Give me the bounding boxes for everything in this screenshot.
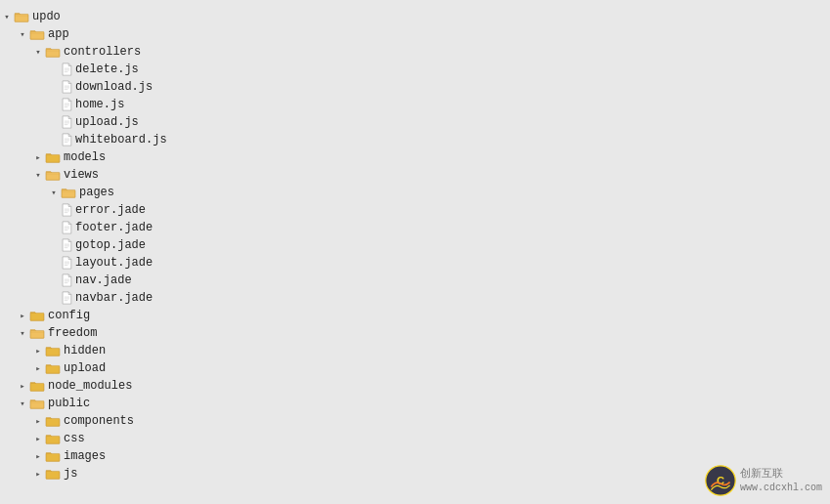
toggle-spacer	[47, 238, 61, 252]
folder-icon	[45, 450, 61, 462]
folder-icon	[45, 362, 61, 374]
item-label: controllers	[64, 45, 141, 59]
svg-rect-41	[46, 348, 60, 356]
file-icon	[61, 133, 72, 147]
tree-item-public[interactable]: public	[0, 395, 830, 412]
toggle-spacer	[47, 256, 61, 270]
toggle-icon[interactable]	[31, 168, 45, 182]
toggle-icon[interactable]	[31, 449, 45, 463]
tree-item-node_modules[interactable]: node_modules	[0, 377, 830, 395]
tree-item-delete.js[interactable]: delete.js	[0, 61, 830, 78]
toggle-spacer	[47, 133, 61, 147]
folder-icon	[29, 28, 45, 40]
tree-item-error.jade[interactable]: error.jade	[0, 201, 830, 219]
toggle-spacer	[47, 203, 61, 217]
toggle-spacer	[47, 98, 61, 111]
file-icon	[61, 63, 72, 76]
item-label: app	[48, 27, 69, 41]
toggle-icon[interactable]	[16, 309, 29, 322]
svg-rect-48	[46, 471, 60, 479]
tree-item-css[interactable]: css	[0, 430, 830, 447]
item-label: config	[48, 309, 90, 322]
tree-item-freedom[interactable]: freedom	[0, 324, 830, 342]
file-icon	[61, 256, 72, 270]
svg-rect-43	[30, 383, 44, 391]
tree-item-navbar.jade[interactable]: navbar.jade	[0, 289, 830, 307]
folder-icon	[45, 151, 61, 163]
folder-icon	[45, 345, 61, 357]
tree-item-app[interactable]: app	[0, 25, 830, 43]
file-icon	[61, 273, 72, 287]
item-label: layout.jade	[75, 256, 153, 270]
item-label: hidden	[64, 344, 106, 357]
folder-icon	[45, 415, 61, 427]
tree-item-hidden[interactable]: hidden	[0, 342, 830, 359]
item-label: js	[64, 467, 77, 481]
toggle-icon[interactable]	[31, 344, 45, 357]
watermark-subtitle: www.cdcxhl.com	[740, 482, 822, 494]
toggle-icon[interactable]	[31, 150, 45, 164]
toggle-icon[interactable]	[31, 45, 45, 59]
tree-item-nav.jade[interactable]: nav.jade	[0, 272, 830, 289]
tree-item-home.js[interactable]: home.js	[0, 96, 830, 113]
tree-item-views[interactable]: views	[0, 166, 830, 184]
file-icon	[61, 115, 72, 129]
folder-icon	[29, 380, 45, 392]
item-label: pages	[79, 186, 114, 199]
folder-icon	[61, 187, 76, 198]
toggle-icon[interactable]	[16, 397, 29, 410]
tree-item-components[interactable]: components	[0, 412, 830, 430]
item-label: download.js	[75, 80, 153, 94]
item-label: node_modules	[48, 379, 132, 393]
item-label: images	[64, 449, 106, 463]
item-label: home.js	[75, 98, 124, 111]
tree-item-pages[interactable]: pages	[0, 184, 830, 201]
svg-rect-19	[46, 172, 60, 180]
toggle-icon[interactable]	[31, 361, 45, 375]
tree-item-upload.js[interactable]: upload.js	[0, 113, 830, 131]
tree-item-controllers[interactable]: controllers	[0, 43, 830, 61]
tree-item-config[interactable]: config	[0, 307, 830, 324]
item-label: updo	[32, 10, 61, 23]
item-label: freedom	[48, 326, 97, 340]
tree-item-upload2[interactable]: upload	[0, 359, 830, 377]
toggle-icon[interactable]	[47, 186, 61, 199]
tree-item-images[interactable]: images	[0, 447, 830, 465]
file-icon	[61, 238, 72, 252]
tree-item-footer.jade[interactable]: footer.jade	[0, 219, 830, 236]
item-label: nav.jade	[75, 273, 132, 287]
toggle-icon[interactable]	[31, 432, 45, 445]
file-icon	[61, 221, 72, 234]
file-icon	[61, 98, 72, 111]
svg-rect-18	[46, 154, 60, 162]
item-label: upload.js	[75, 115, 139, 129]
svg-rect-39	[30, 313, 44, 320]
tree-item-gotop.jade[interactable]: gotop.jade	[0, 236, 830, 254]
toggle-icon[interactable]	[0, 10, 14, 23]
item-label: views	[64, 168, 99, 182]
toggle-icon[interactable]	[31, 467, 45, 481]
tree-item-updo[interactable]: updo	[0, 8, 830, 25]
toggle-spacer	[47, 63, 61, 76]
watermark-company: 创新互联	[740, 467, 822, 481]
toggle-icon[interactable]	[16, 326, 29, 340]
tree-item-layout.jade[interactable]: layout.jade	[0, 254, 830, 272]
item-label: footer.jade	[75, 221, 153, 234]
folder-icon	[29, 327, 45, 339]
toggle-spacer	[47, 273, 61, 287]
item-label: upload	[64, 361, 106, 375]
toggle-icon[interactable]	[16, 27, 29, 41]
tree-item-models[interactable]: models	[0, 148, 830, 166]
svg-rect-47	[46, 453, 60, 461]
toggle-icon[interactable]	[31, 414, 45, 428]
tree-item-download.js[interactable]: download.js	[0, 78, 830, 96]
folder-icon	[45, 468, 61, 480]
item-label: models	[64, 150, 106, 164]
folder-icon	[45, 169, 61, 181]
tree-item-whiteboard.js[interactable]: whiteboard.js	[0, 131, 830, 148]
item-label: components	[64, 414, 134, 428]
svg-rect-42	[46, 365, 60, 373]
item-label: delete.js	[75, 63, 139, 76]
item-label: gotop.jade	[75, 238, 146, 252]
toggle-icon[interactable]	[16, 379, 29, 393]
